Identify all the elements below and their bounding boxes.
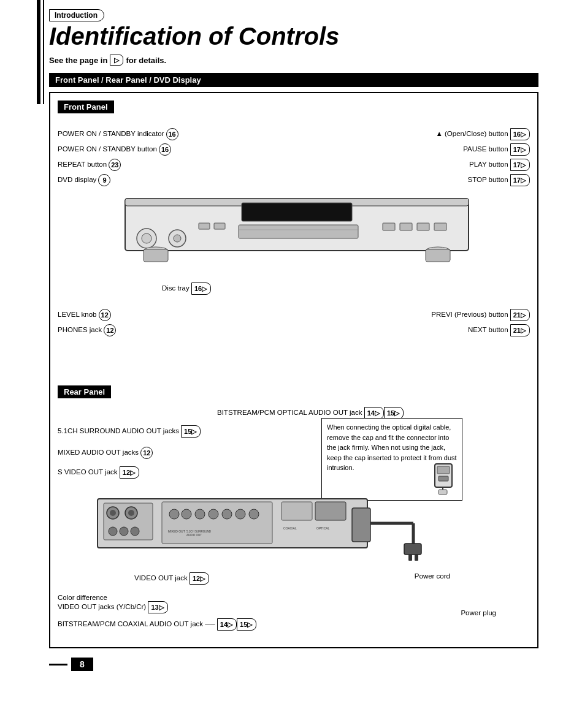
annotation-bitstream-coaxial: BITSTREAM/PCM COAXIAL AUDIO OUT jack ── … (58, 618, 256, 631)
section-header: Front Panel / Rear Panel / DVD Display (49, 73, 538, 87)
front-device-illustration (119, 189, 475, 269)
rear-device-svg: MIXED OUT 5.1CH SURROUND AUDIO OUT COAXI… (94, 496, 426, 566)
page-arrow-box: ▷ (110, 55, 123, 66)
page-number-bar: 8 (49, 658, 538, 671)
annotation-pause: PAUSE button 17▷ (463, 143, 530, 156)
page-title: Identification of Controls (49, 23, 538, 50)
annotation-color-diff: Color differenceVIDEO OUT jacks (Y/Cb/Cr… (58, 594, 168, 613)
annotation-open-close: ▲ (Open/Close) button 16▷ (435, 128, 530, 140)
rear-device-illustration: MIXED OUT 5.1CH SURROUND AUDIO OUT COAXI… (94, 496, 426, 566)
svg-point-31 (120, 527, 128, 536)
svg-rect-9 (383, 223, 395, 230)
svg-rect-14 (214, 223, 225, 229)
svg-rect-43 (352, 508, 370, 542)
svg-point-40 (249, 509, 259, 519)
svg-point-38 (222, 509, 232, 519)
annotation-dvd-display: DVD display 9 (58, 174, 110, 186)
svg-point-37 (209, 509, 218, 519)
annotation-s-video-out: S VIDEO OUT jack 12▷ (58, 466, 139, 479)
svg-rect-42 (315, 502, 346, 520)
annotation-repeat: REPEAT button 23 (58, 159, 121, 171)
page-number: 8 (71, 658, 93, 671)
svg-rect-17 (144, 249, 168, 262)
svg-rect-18 (426, 249, 450, 262)
svg-rect-2 (242, 203, 352, 221)
connector-svg (434, 463, 457, 496)
svg-rect-20 (437, 466, 450, 474)
diagram-box: Front Panel POWER ON / STANDBY indicator… (49, 92, 538, 648)
svg-rect-13 (199, 223, 210, 229)
breadcrumb: Introduction (49, 9, 538, 21)
annotation-phones-jack: PHONES jack 12 (58, 324, 116, 336)
svg-text:5.1CH SURROUND: 5.1CH SURROUND (186, 530, 212, 533)
svg-rect-33 (162, 502, 272, 544)
svg-text:COAXIAL: COAXIAL (283, 526, 297, 530)
svg-point-36 (195, 509, 205, 519)
svg-point-27 (110, 510, 116, 516)
svg-point-32 (131, 527, 139, 536)
annotation-disc-tray: Disc tray 16▷ (162, 282, 211, 295)
front-panel-label: Front Panel (58, 100, 114, 113)
svg-rect-21 (439, 476, 448, 481)
svg-point-30 (109, 527, 117, 536)
svg-rect-3 (239, 225, 358, 238)
svg-text:AUDIO OUT: AUDIO OUT (186, 534, 202, 537)
annotation-mixed-audio: MIXED AUDIO OUT jacks 12 (58, 447, 153, 459)
left-bar-thick (37, 0, 40, 104)
svg-rect-12 (434, 223, 446, 230)
annotation-power-button: POWER ON / STANDBY button 16 (58, 143, 171, 156)
annotation-power-indicator: POWER ON / STANDBY indicator 16 (58, 128, 178, 140)
annotation-5-1ch: 5.1CH SURROUND AUDIO OUT jacks 15▷ (58, 425, 201, 438)
svg-rect-47 (408, 555, 412, 561)
annotation-stop: STOP button 17▷ (467, 174, 530, 186)
svg-rect-23 (439, 490, 447, 495)
callout-optical: When connecting the optical digital cabl… (321, 418, 462, 501)
svg-text:OPTICAL: OPTICAL (316, 526, 330, 530)
svg-point-29 (128, 510, 134, 516)
svg-rect-41 (282, 502, 312, 520)
svg-rect-48 (415, 555, 418, 561)
rear-panel-area: BITSTREAM/PCM OPTICAL AUDIO OUT jack 14▷… (58, 407, 530, 640)
annotation-play: PLAY button 17▷ (469, 159, 530, 171)
svg-rect-11 (417, 223, 429, 230)
annotation-level-knob: LEVEL knob 12 (58, 309, 111, 321)
rear-panel-label: Rear Panel (58, 385, 111, 398)
svg-rect-10 (400, 223, 412, 230)
see-page-note: See the page in ▷ for details. (49, 55, 538, 66)
svg-point-6 (142, 233, 151, 243)
svg-rect-46 (404, 544, 421, 555)
svg-point-34 (169, 509, 179, 519)
front-device-svg (119, 189, 475, 269)
front-panel-area: POWER ON / STANDBY indicator 16 POWER ON… (58, 122, 530, 379)
breadcrumb-tab: Introduction (49, 9, 104, 21)
annotation-power-cord: Power cord (415, 572, 450, 580)
svg-text:MIXED OUT: MIXED OUT (168, 529, 185, 533)
annotation-bitstream-optical: BITSTREAM/PCM OPTICAL AUDIO OUT jack 14▷… (217, 407, 404, 419)
annotation-video-out-jack: VIDEO OUT jack 12▷ (134, 572, 209, 585)
annotation-next: NEXT button 21▷ (468, 324, 530, 336)
annotation-power-plug: Power plug (461, 609, 496, 616)
svg-point-8 (174, 235, 181, 242)
svg-point-35 (182, 509, 191, 519)
annotation-previ: PREVI (Previous) button 21▷ (431, 309, 530, 321)
left-bar-thin (43, 0, 44, 104)
svg-point-39 (236, 509, 245, 519)
